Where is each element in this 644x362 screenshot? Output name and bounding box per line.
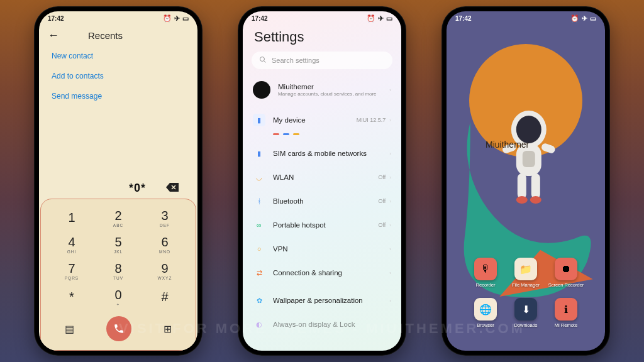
add-to-contacts-link[interactable]: Add to contacts bbox=[52, 66, 185, 86]
sim-switch-icon[interactable]: ▤ bbox=[65, 323, 74, 335]
svg-line-1 bbox=[264, 61, 266, 63]
key-6[interactable]: 6MNO bbox=[142, 232, 188, 257]
battery-icon: ▭ bbox=[182, 14, 189, 23]
airplane-icon: ✈ bbox=[582, 14, 587, 23]
svg-rect-9 bbox=[531, 173, 540, 199]
status-time: 17:42 bbox=[455, 15, 472, 22]
svg-point-10 bbox=[516, 196, 528, 204]
key-4[interactable]: 4GHI bbox=[48, 232, 95, 257]
settings-row-hotspot[interactable]: ∞ Portable hotspot Off › bbox=[252, 213, 392, 237]
chevron-right-icon: › bbox=[389, 298, 391, 304]
theme-label: Miuithemer bbox=[486, 140, 529, 150]
my-device-row[interactable]: ▮ My device MIUI 12.5.7 › bbox=[252, 108, 392, 132]
aod-icon: ◐ bbox=[253, 318, 265, 331]
settings-row-connection[interactable]: ⇄ Connection & sharing › bbox=[252, 261, 392, 285]
settings-row-bluetooth[interactable]: ᚼ Bluetooth Off › bbox=[252, 189, 392, 213]
app-mi-remote[interactable]: ℹ Mi Remote bbox=[546, 298, 586, 328]
statusbar: 17:42 ⏰ ✈ ▭ bbox=[447, 11, 605, 25]
row-label: Connection & sharing bbox=[273, 269, 386, 277]
settings-row-wallpaper[interactable]: ✿ Wallpaper & personalization › bbox=[252, 288, 392, 312]
svg-rect-8 bbox=[518, 173, 526, 199]
row-meta: MIUI 12.5.7 bbox=[357, 117, 386, 123]
alarm-icon: ⏰ bbox=[163, 14, 172, 23]
app-browser[interactable]: 🌐 Browser bbox=[465, 298, 506, 328]
key-1[interactable]: 1 bbox=[48, 206, 95, 231]
back-icon[interactable]: ← bbox=[48, 29, 59, 42]
key-7[interactable]: 7PQRS bbox=[48, 258, 95, 283]
vpn-icon: ○ bbox=[253, 243, 265, 255]
key-2[interactable]: 2ABC bbox=[95, 206, 142, 231]
row-label: SIM cards & mobile networks bbox=[273, 150, 386, 157]
settings-row-vpn[interactable]: ○ VPN › bbox=[252, 237, 392, 261]
chevron-right-icon: › bbox=[389, 199, 391, 204]
account-name: Miuithemer bbox=[278, 83, 389, 90]
key-0[interactable]: 0+ bbox=[95, 285, 142, 310]
chevron-right-icon: › bbox=[389, 151, 391, 156]
statusbar: 17:42 ⏰ ✈ ▭ bbox=[243, 11, 401, 25]
phone-dialer: 17:42 ⏰ ✈ ▭ ← Recents New contact Add to… bbox=[34, 6, 203, 356]
avatar bbox=[253, 81, 270, 99]
app-file-manager[interactable]: 📁 File Manager bbox=[506, 258, 546, 288]
wallpaper-icon: ✿ bbox=[253, 294, 265, 307]
app-downloads[interactable]: ⬇ Downloads bbox=[506, 298, 546, 328]
folder-icon: 📁 bbox=[514, 258, 537, 280]
key-3[interactable]: 3DEF bbox=[142, 206, 188, 231]
battery-icon: ▭ bbox=[386, 14, 392, 23]
call-button[interactable] bbox=[106, 316, 131, 341]
chevron-right-icon: › bbox=[389, 222, 391, 228]
share-icon: ⇄ bbox=[253, 266, 265, 279]
statusbar: 17:42 ⏰ ✈ ▭ bbox=[39, 11, 197, 25]
dial-keypad: 1 2ABC 3DEF 4GHI 5JKL 6MNO 7PQRS 8TUV 9W… bbox=[40, 199, 196, 351]
settings-row-sim[interactable]: ▮ SIM cards & mobile networks › bbox=[252, 141, 392, 165]
row-meta: Off bbox=[378, 222, 386, 228]
account-row[interactable]: Miuithemer Manage accounts, cloud servic… bbox=[252, 75, 392, 104]
svg-point-0 bbox=[260, 57, 265, 62]
svg-rect-7 bbox=[540, 143, 556, 155]
dialpad-toggle-icon[interactable]: ⊞ bbox=[164, 323, 172, 335]
new-contact-link[interactable]: New contact bbox=[52, 46, 185, 66]
row-label: WLAN bbox=[273, 173, 378, 181]
send-message-link[interactable]: Send message bbox=[52, 86, 185, 106]
key-star[interactable]: * bbox=[48, 285, 95, 310]
battery-icon: ▭ bbox=[590, 14, 596, 23]
key-9[interactable]: 9WXYZ bbox=[142, 258, 188, 283]
chevron-right-icon: › bbox=[389, 246, 391, 252]
settings-row-aod[interactable]: ◐ Always-on display & Lock bbox=[252, 312, 392, 336]
status-time: 17:42 bbox=[48, 15, 64, 22]
wifi-icon: ◡ bbox=[253, 171, 265, 184]
account-sub: Manage accounts, cloud services, and mor… bbox=[278, 91, 389, 97]
settings-row-wlan[interactable]: ◡ WLAN Off › bbox=[252, 165, 392, 189]
key-8[interactable]: 8TUV bbox=[95, 258, 142, 283]
search-placeholder: Search settings bbox=[272, 57, 319, 64]
row-label: Always-on display & Lock bbox=[273, 321, 391, 328]
alarm-icon: ⏰ bbox=[570, 14, 579, 23]
svg-rect-5 bbox=[523, 151, 535, 167]
alarm-icon: ⏰ bbox=[367, 14, 375, 23]
device-icon: ▮ bbox=[253, 114, 265, 126]
recorder-icon: 🎙 bbox=[474, 258, 497, 280]
status-time: 17:42 bbox=[252, 15, 268, 22]
key-5[interactable]: 5JKL bbox=[95, 232, 142, 257]
astronaut-illustration bbox=[491, 106, 567, 219]
page-title: Recents bbox=[88, 30, 123, 41]
app-screen-recorder[interactable]: ⏺ Screen Recorder bbox=[546, 258, 586, 288]
phone-settings: 17:42 ⏰ ✈ ▭ Settings Search settings Miu… bbox=[238, 6, 406, 356]
chevron-right-icon: › bbox=[389, 270, 391, 276]
search-icon bbox=[259, 56, 267, 65]
chevron-right-icon: › bbox=[389, 175, 391, 180]
globe-icon: 🌐 bbox=[474, 298, 497, 321]
chevron-right-icon: › bbox=[389, 118, 391, 123]
app-recorder[interactable]: 🎙 Recorder bbox=[465, 258, 506, 288]
row-label: Bluetooth bbox=[273, 197, 378, 205]
row-label: My device bbox=[273, 116, 357, 124]
chevron-right-icon: › bbox=[389, 87, 391, 93]
sim-icon: ▮ bbox=[253, 147, 265, 160]
page-title: Settings bbox=[243, 25, 401, 52]
row-label: VPN bbox=[273, 245, 386, 253]
backspace-icon[interactable] bbox=[166, 183, 179, 194]
search-input[interactable]: Search settings bbox=[252, 52, 392, 69]
airplane-icon: ✈ bbox=[174, 14, 180, 23]
dialed-number: *0* bbox=[129, 182, 146, 195]
key-hash[interactable]: # bbox=[142, 285, 188, 310]
remote-icon: ℹ bbox=[555, 298, 577, 321]
